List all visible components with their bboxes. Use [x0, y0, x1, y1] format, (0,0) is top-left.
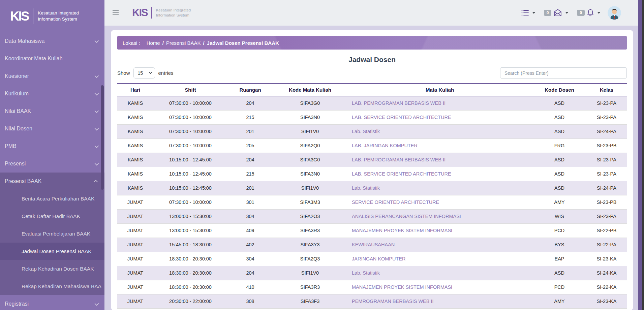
- cell-kode-dosen: BYS: [532, 238, 586, 252]
- sidebar-item-label: Kurikulum: [5, 91, 95, 97]
- search-input[interactable]: [500, 67, 627, 79]
- column-header-ruangan[interactable]: Ruangan: [227, 84, 273, 96]
- sidebar-logo[interactable]: KIS Kesatuan Integrated Information Syst…: [0, 0, 104, 32]
- cell-ruangan: 409: [227, 223, 273, 238]
- sidebar-item-label: Presensi: [5, 161, 95, 167]
- sidebar-item-label: Nilai Dosen: [5, 126, 95, 132]
- sidebar-item-pmb[interactable]: PMB: [0, 137, 104, 155]
- sidebar: KIS Kesatuan Integrated Information Syst…: [0, 0, 104, 310]
- table-controls: Show 15 entries: [117, 67, 627, 79]
- chevron-down-icon: [95, 73, 99, 78]
- sidebar-item-koordinator-mata-kuliah[interactable]: Koordinator Mata Kuliah: [0, 50, 104, 67]
- column-header-kode-dosen[interactable]: Kode Dosen: [532, 84, 586, 96]
- topbar-brand[interactable]: KIS Kesatuan Integrated Information Syst…: [132, 7, 191, 19]
- chevron-down-icon: [95, 144, 99, 148]
- cell-kode-dosen: ASD: [532, 266, 586, 280]
- mata-kuliah-link[interactable]: LAB. PEMROGRAMAN BERBASIS WEB II: [347, 153, 532, 167]
- column-header-kode-mata-kuliah[interactable]: Kode Mata Kuliah: [273, 84, 347, 96]
- mata-kuliah-link[interactable]: Lab. Statistik: [347, 124, 532, 138]
- brand-subtitle-line2: Information System: [156, 13, 189, 17]
- cell-kelas: SI-24-PA: [586, 181, 627, 195]
- sidebar-item-rekap-kehadiran-dosen-baak[interactable]: Rekap Kehadiran Dosen BAAK: [0, 260, 104, 278]
- cell-kode-mata-kuliah: SIFA2Q0: [273, 138, 347, 153]
- chevron-down-icon: [95, 91, 99, 95]
- column-header-mata-kuliah[interactable]: Mata Kuliah: [347, 84, 532, 96]
- cell-kelas: SI-22-PA: [586, 238, 627, 252]
- cell-shift: 13:00:00 - 15:30:00: [153, 223, 227, 238]
- page-size-select[interactable]: 15: [133, 67, 155, 79]
- mata-kuliah-link[interactable]: LAB. SERVICE ORIENTED ARCHITECTURE: [347, 110, 532, 124]
- cell-kelas: SI-22-PB: [586, 223, 627, 238]
- logo-subtitle-line1: Kesatuan Integrated: [38, 10, 79, 16]
- notifications-button[interactable]: 0: [577, 8, 600, 17]
- brand-divider: [151, 7, 152, 19]
- mata-kuliah-link[interactable]: MANAJEMEN PROYEK SISTEM INFORMASI: [347, 223, 532, 238]
- mata-kuliah-link[interactable]: SERVICE ORIENTED ARCHITECTURE: [347, 195, 532, 209]
- cell-kode-mata-kuliah: SIFA3G0: [273, 96, 347, 110]
- sidebar-item-presensi-baak[interactable]: Presensi BAAK: [0, 173, 104, 190]
- topbar-icons: 0 0: [521, 6, 621, 20]
- table-row: JUMAT13:00:00 - 15:30:00409SIFA3R3MANAJE…: [117, 223, 627, 238]
- sidebar-item-data-mahasiswa[interactable]: Data Mahasiswa: [0, 32, 104, 50]
- sidebar-item-jadwal-dosen-presensi-baak[interactable]: Jadwal Dosen Presensi BAAK: [0, 243, 104, 260]
- sidebar-item-nilai-baak[interactable]: Nilai BAAK: [0, 102, 104, 120]
- cell-hari: KAMIS: [117, 124, 153, 138]
- mata-kuliah-link[interactable]: Lab. Statistik: [347, 181, 532, 195]
- cell-kode-dosen: FRG: [532, 138, 586, 153]
- mata-kuliah-link[interactable]: LAB. PEMROGRAMAN BERBASIS WEB II: [347, 96, 532, 110]
- mata-kuliah-link[interactable]: KEWIRAUSAHAAN: [347, 238, 532, 252]
- logo-subtitle: Kesatuan Integrated Information System: [38, 10, 79, 22]
- mata-kuliah-link[interactable]: LAB. SERVICE ORIENTED ARCHITECTURE: [347, 167, 532, 181]
- cell-kode-dosen: AMY: [532, 195, 586, 209]
- sidebar-item-presensi[interactable]: Presensi: [0, 155, 104, 173]
- table-row: KAMIS10:15:00 - 12:45:00204SIFA3G0LAB. P…: [117, 153, 627, 167]
- cell-shift: 07:30:00 - 10:00:00: [153, 138, 227, 153]
- sidebar-item-evaluasi-pembelajaran-baak[interactable]: Evaluasi Pembelajaran BAAK: [0, 225, 104, 243]
- mata-kuliah-link[interactable]: Lab. Statistik: [347, 266, 532, 280]
- mata-kuliah-link[interactable]: JARINGAN KOMPUTER: [347, 252, 532, 266]
- cell-shift: 18:30:00 - 20:30:00: [153, 252, 227, 266]
- sidebar-item-berita-acara-perkuliahan-baak[interactable]: Berita Acara Perkuliahan BAAK: [0, 190, 104, 208]
- cell-shift: 18:30:00 - 20:30:00: [153, 266, 227, 280]
- mata-kuliah-link[interactable]: ANALISIS PERANCANGAN SISTEM INFORMASI: [347, 209, 532, 223]
- column-header-hari[interactable]: Hari: [117, 84, 153, 96]
- cell-hari: JUMAT: [117, 209, 153, 223]
- cell-kode-mata-kuliah: SIFI1V0: [273, 181, 347, 195]
- sidebar-item-kurikulum[interactable]: Kurikulum: [0, 85, 104, 102]
- cell-hari: JUMAT: [117, 252, 153, 266]
- messages-button[interactable]: 0: [544, 8, 569, 17]
- tasks-menu-button[interactable]: [521, 9, 535, 17]
- sidebar-item-kuesioner[interactable]: Kuesioner: [0, 67, 104, 85]
- cell-kode-dosen: ASD: [532, 167, 586, 181]
- brand-subtitle-line1: Kesatuan Integrated: [156, 8, 191, 12]
- column-header-kelas[interactable]: Kelas: [586, 84, 627, 96]
- sidebar-item-cetak-daftar-hadir-baak[interactable]: Cetak Daftar Hadir BAAK: [0, 208, 104, 225]
- cell-kode-mata-kuliah: SIFA2Q3: [273, 252, 347, 266]
- column-header-shift[interactable]: Shift: [153, 84, 227, 96]
- cell-shift: 13:00:00 - 15:30:00: [153, 209, 227, 223]
- breadcrumb-item-presensi-baak[interactable]: Presensi BAAK: [166, 40, 201, 46]
- brand-kis-text: KIS: [132, 7, 148, 19]
- mata-kuliah-link[interactable]: MANAJEMEN PROYEK SISTEM INFORMASI: [347, 280, 532, 294]
- mata-kuliah-link[interactable]: LAB. JARINGAN KOMPUTER: [347, 138, 532, 153]
- cell-ruangan: 215: [227, 110, 273, 124]
- sidebar-scrollbar-thumb[interactable]: [101, 85, 104, 190]
- cell-ruangan: 204: [227, 96, 273, 110]
- sidebar-item-registrasi[interactable]: Registrasi: [0, 295, 104, 310]
- cell-kode-dosen: ASD: [532, 181, 586, 195]
- window-scrollbar-thumb[interactable]: [638, 0, 642, 310]
- user-avatar[interactable]: [608, 6, 621, 20]
- hamburger-menu-icon[interactable]: [111, 9, 120, 17]
- cell-ruangan: 201: [227, 181, 273, 195]
- sidebar-item-rekap-kehadiran-mahasiswa-baa[interactable]: Rekap Kehadiran Mahasiswa BAA: [0, 278, 104, 295]
- table-row: JUMAT07:30:00 - 10:00:00301SIFA3M3SERVIC…: [117, 195, 627, 209]
- breadcrumb-item-home[interactable]: Home: [147, 40, 160, 46]
- mata-kuliah-link[interactable]: PEMROGRAMAN BERBASIS WEB II: [347, 294, 532, 308]
- cell-hari: JUMAT: [117, 294, 153, 308]
- cell-kode-mata-kuliah: SIFA3G0: [273, 153, 347, 167]
- cell-kelas: SI-22-KA: [586, 280, 627, 294]
- cell-shift: 10:15:00 - 12:45:00: [153, 181, 227, 195]
- sidebar-item-nilai-dosen[interactable]: Nilai Dosen: [0, 120, 104, 137]
- table-row: JUMAT18:30:00 - 20:30:00204SIFI1V0Lab. S…: [117, 266, 627, 280]
- show-label: Show: [117, 70, 130, 76]
